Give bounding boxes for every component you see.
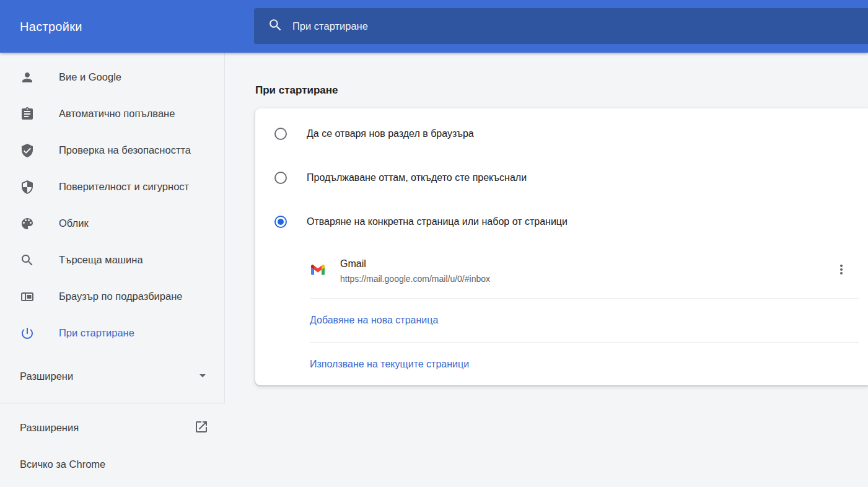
search-input[interactable] [292, 20, 800, 32]
sidebar-item-label: Поверителност и сигурност [59, 181, 189, 193]
person-icon [20, 70, 35, 85]
sidebar-item-label: Облик [59, 217, 89, 229]
gmail-icon [311, 265, 325, 278]
sidebar-item-label: Браузър по подразбиране [59, 291, 182, 302]
use-current-pages-link[interactable]: Използване на текущите страници [255, 343, 868, 386]
sidebar-item-label: При стартиране [59, 327, 134, 339]
startup-page-url: https://mail.google.com/mail/u/0/#inbox [340, 274, 490, 284]
safety-check-icon [20, 143, 35, 158]
startup-page-title: Gmail [340, 258, 490, 270]
chevron-down-icon [195, 368, 210, 385]
startup-options-card: Да се отваря нов раздел в браузъра Продъ… [255, 108, 868, 385]
sidebar-item-on-startup[interactable]: При стартиране [0, 315, 225, 351]
sidebar-item-privacy-security[interactable]: Поверителност и сигурност [0, 169, 225, 205]
sidebar-item-label: Вие и Google [59, 71, 121, 83]
privacy-shield-icon [20, 180, 35, 195]
radio-option-label: Продължаване оттам, откъдето сте прекъсн… [307, 172, 527, 183]
radio-option-open-specific-pages[interactable]: Отваряне на конкретна страница или набор… [255, 200, 868, 244]
add-new-page-link[interactable]: Добавяне на нова страница [255, 299, 868, 342]
sidebar-item-extensions[interactable]: Разширения [0, 410, 225, 446]
sidebar-item-you-and-google[interactable]: Вие и Google [0, 59, 225, 95]
sidebar-item-appearance[interactable]: Облик [0, 205, 225, 242]
radio-button[interactable] [274, 172, 287, 184]
sidebar-item-label: Автоматично попълване [59, 108, 175, 120]
advanced-label: Разширени [20, 371, 73, 382]
settings-search-box[interactable] [254, 8, 868, 44]
sidebar-divider [0, 403, 225, 403]
startup-page-info: Gmail https://mail.google.com/mail/u/0/#… [340, 258, 490, 284]
search-engine-icon [20, 253, 35, 268]
radio-option-continue-where-left-off[interactable]: Продължаване оттам, откъдето сте прекъсн… [255, 156, 868, 200]
sidebar-item-about-chrome[interactable]: Всичко за Chrome [0, 446, 225, 483]
app-header: Настройки [0, 0, 868, 53]
add-new-page-label: Добавяне на нова страница [310, 315, 438, 326]
sidebar-item-safety-check[interactable]: Проверка на безопасността [0, 132, 225, 169]
more-vert-icon [834, 262, 849, 279]
section-heading: При стартиране [255, 84, 338, 97]
sidebar-item-label: Проверка на безопасността [59, 144, 191, 156]
radio-button[interactable] [274, 128, 287, 140]
external-link-icon [194, 419, 209, 437]
sidebar-item-autofill[interactable]: Автоматично попълване [0, 95, 225, 132]
palette-icon [20, 216, 35, 231]
power-icon [20, 326, 35, 341]
autofill-icon [20, 107, 35, 121]
default-browser-icon [20, 289, 35, 304]
sidebar-item-default-browser[interactable]: Браузър по подразбиране [0, 278, 225, 315]
settings-title: Настройки [20, 19, 82, 33]
radio-option-label: Да се отваря нов раздел в браузъра [307, 128, 474, 139]
extensions-label: Разширения [20, 422, 79, 434]
use-current-pages-label: Използване на текущите страници [310, 359, 469, 370]
about-chrome-label: Всичко за Chrome [20, 458, 105, 470]
sidebar-item-label: Търсеща машина [59, 254, 143, 266]
radio-button-selected[interactable] [274, 216, 287, 228]
settings-sidebar: Вие и Google Автоматично попълване Прове… [0, 53, 225, 487]
radio-option-label: Отваряне на конкретна страница или набор… [307, 216, 568, 227]
radio-option-new-tab[interactable]: Да се отваря нов раздел в браузъра [255, 112, 868, 156]
startup-page-row: Gmail https://mail.google.com/mail/u/0/#… [255, 244, 868, 298]
more-options-button[interactable] [830, 260, 853, 282]
sidebar-item-search-engine[interactable]: Търсеща машина [0, 242, 225, 278]
search-icon [268, 17, 283, 35]
sidebar-advanced-toggle[interactable]: Разширени [0, 358, 225, 395]
